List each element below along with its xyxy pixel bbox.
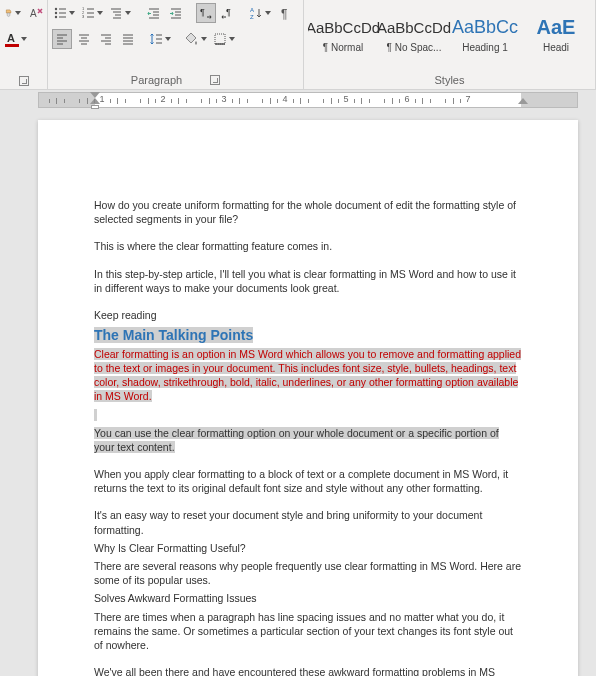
increase-indent-button[interactable] [166,3,186,23]
style-tile[interactable]: AaBbCcHeading 1 [450,5,520,61]
ruler-number: 5 [343,94,348,104]
left-indent-marker[interactable] [91,105,99,109]
font-color-swatch [5,44,19,47]
selected-text: The Main Talking Points [94,327,253,343]
font-group: A A [0,0,48,89]
rtl-text-direction-button[interactable]: ¶ [218,3,238,23]
ruler-number: 7 [465,94,470,104]
selected-text: Clear formatting is an option in MS Word… [94,348,521,403]
styles-group-label: Styles [435,74,465,86]
paragraph-group-launcher[interactable] [210,75,220,85]
svg-text:3: 3 [82,14,85,19]
svg-text:¶: ¶ [200,7,205,17]
decrease-indent-button[interactable] [144,3,164,23]
ruler-number: 6 [404,94,409,104]
font-group-launcher[interactable] [19,76,29,86]
styles-group: AaBbCcDd¶ NormalAaBbCcDd¶ No Spac...AaBb… [304,0,596,89]
document-area[interactable]: How do you create uniform formatting for… [0,110,596,676]
body-text[interactable]: There are times when a paragraph has lin… [94,610,522,653]
style-tile[interactable]: AaBbCcDd¶ No Spac... [379,5,449,61]
svg-text:¶: ¶ [281,7,287,20]
heading[interactable]: The Main Talking Points [94,326,522,345]
style-tile[interactable]: AaBbCcDd¶ Normal [308,5,378,61]
ribbon: A A 123 [0,0,596,90]
horizontal-ruler[interactable]: 1234567 [38,92,578,108]
style-preview: AaE [537,14,576,42]
body-text[interactable]: This is where the clear formatting featu… [94,239,522,253]
svg-point-4 [55,12,57,14]
body-text[interactable]: When you apply clear formatting to a blo… [94,467,522,495]
svg-text:Z: Z [250,14,254,20]
selected-text: You can use the clear formatting option … [94,427,499,453]
body-text[interactable]: There are several reasons why people fre… [94,559,522,587]
body-text[interactable]: We've all been there and have encountere… [94,665,522,676]
svg-point-6 [55,16,57,18]
paragraph-group-label: Paragraph [131,74,182,86]
svg-text:A: A [30,8,37,19]
ruler-number: 4 [282,94,287,104]
clear-formatting-button[interactable]: A [26,3,46,23]
body-text[interactable]: Why Is Clear Formatting Useful? [94,541,522,555]
shading-button[interactable] [184,29,210,49]
ruler-number: 3 [221,94,226,104]
body-text[interactable] [94,408,522,422]
style-preview: AaBbCcDd [377,14,451,42]
svg-text:A: A [7,32,15,43]
svg-point-2 [55,8,57,10]
style-name: Headi [543,42,569,53]
style-name: ¶ Normal [323,42,363,53]
align-justify-button[interactable] [118,29,138,49]
style-preview: AaBbCcDd [308,14,380,42]
align-right-button[interactable] [96,29,116,49]
body-text[interactable]: In this step-by-step article, I'll tell … [94,267,522,295]
paragraph-group: 123 ¶ ¶ [48,0,304,89]
body-text[interactable]: Clear formatting is an option in MS Word… [94,347,522,404]
body-text[interactable]: How do you create uniform formatting for… [94,198,522,226]
right-indent-marker[interactable] [518,98,528,104]
numbering-button[interactable]: 123 [80,3,106,23]
bullets-button[interactable] [52,3,78,23]
ruler-number: 2 [160,94,165,104]
ltr-text-direction-button[interactable]: ¶ [196,3,216,23]
style-name: ¶ No Spac... [387,42,442,53]
body-text[interactable]: Solves Awkward Formatting Issues [94,591,522,605]
sort-button[interactable]: AZ [248,3,274,23]
show-hide-marks-button[interactable]: ¶ [276,3,296,23]
align-center-button[interactable] [74,29,94,49]
ruler-area: 1234567 [0,90,596,110]
format-painter-button[interactable] [4,3,24,23]
body-text[interactable]: Keep reading [94,308,522,322]
svg-text:A: A [250,7,254,13]
body-text[interactable]: It's an easy way to reset your document … [94,508,522,536]
svg-rect-50 [215,34,225,44]
page: How do you create uniform formatting for… [38,120,578,676]
style-preview: AaBbCc [452,14,518,42]
svg-text:¶: ¶ [226,7,231,17]
align-left-button[interactable] [52,29,72,49]
line-spacing-button[interactable] [148,29,174,49]
multilevel-list-button[interactable] [108,3,134,23]
font-color-button[interactable]: A [4,29,30,49]
style-tile[interactable]: AaEHeadi [521,5,591,61]
borders-button[interactable] [212,29,238,49]
style-name: Heading 1 [462,42,508,53]
body-text[interactable]: You can use the clear formatting option … [94,426,522,454]
ruler-number: 1 [99,94,104,104]
